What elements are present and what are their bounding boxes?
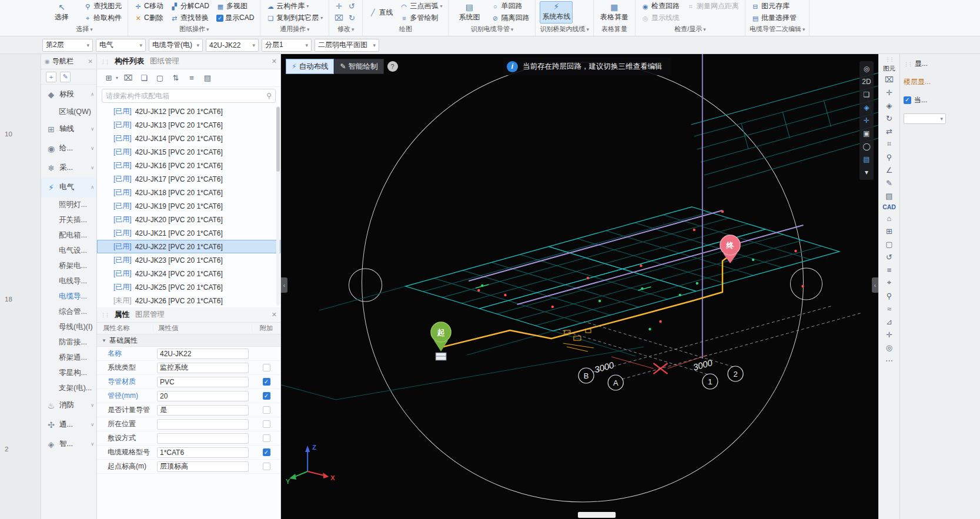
nav-item-tray-through[interactable]: 桥架通...: [41, 350, 96, 365]
cloud-library-button[interactable]: ☁ 云构件库 ▾: [265, 1, 325, 11]
layers-icon[interactable]: ❏: [859, 88, 874, 101]
chevron-down-icon[interactable]: ▾: [859, 166, 874, 179]
c-move-button[interactable]: ✛ C移动: [132, 1, 165, 11]
property-value-input[interactable]: [157, 363, 249, 373]
isolate-circuit-button[interactable]: ⊘ 隔离回路: [489, 13, 531, 23]
ribbon-footer-secondary-edit[interactable]: 电缆导管二次编辑▾: [750, 24, 805, 35]
property-value-input[interactable]: [157, 391, 249, 401]
nav-item-region[interactable]: 区域(QW): [41, 104, 96, 119]
properties-section-basic[interactable]: ▼ 基础属性: [97, 334, 280, 347]
triangle-icon[interactable]: ⊿: [882, 315, 897, 328]
line-button[interactable]: ╱ 直线: [367, 1, 394, 24]
property-value-input[interactable]: [157, 405, 249, 416]
system-diagram-button[interactable]: ▤ 系统图: [453, 1, 486, 24]
nav-item-support[interactable]: 支架(电)...: [41, 380, 96, 396]
pin-icon[interactable]: ◉: [45, 58, 50, 65]
close-icon[interactable]: ✕: [272, 311, 277, 319]
new-component-icon[interactable]: ⊞: [103, 72, 115, 84]
close-icon[interactable]: ✕: [88, 58, 93, 65]
extra-checkbox[interactable]: ✓: [263, 378, 270, 386]
nav-item-ventilation[interactable]: ✣通...∨: [41, 415, 96, 434]
collapse-right-panel-tab[interactable]: ‹: [872, 277, 878, 293]
nav-item-tray-cable[interactable]: 桥架电...: [41, 258, 96, 273]
add-button[interactable]: +: [46, 72, 56, 82]
help-button[interactable]: ?: [387, 61, 398, 72]
property-value-input[interactable]: [157, 349, 249, 359]
copy-to-floor-button[interactable]: ❏ 复制到其它层 ▾: [265, 13, 325, 23]
show-cable-button[interactable]: ◎ 显示线缆: [640, 13, 681, 23]
move-icon[interactable]: ✛: [882, 86, 897, 99]
component-list-item[interactable]: [已用]42U-JK16 [PVC 20 1*CAT6]: [97, 159, 280, 172]
single-circuit-button[interactable]: ○ 单回路: [489, 1, 531, 11]
viewport-3d[interactable]: B A 1 2 3000 3000 起 终: [281, 54, 878, 519]
find-replace-button[interactable]: ⇄ 查找替换: [169, 13, 211, 23]
undo-icon[interactable]: ↺: [882, 250, 897, 263]
box-select-icon[interactable]: ▢: [882, 237, 897, 250]
ribbon-footer-modify[interactable]: 修改▾: [333, 24, 358, 35]
scrollbar-thumb[interactable]: [276, 107, 280, 172]
component-list-item[interactable]: [已用]42U-JK21 [PVC 20 1*CAT6]: [97, 226, 280, 240]
layer-list-icon[interactable]: ▤: [882, 189, 897, 202]
panel-handle-icon[interactable]: ⋮⋮: [904, 61, 912, 67]
nav-item-composite-pipe[interactable]: 综合管...: [41, 304, 96, 319]
property-value-input[interactable]: [157, 377, 249, 387]
trash-icon[interactable]: ⌧: [333, 13, 344, 24]
select-button[interactable]: ↖ 选择: [45, 1, 78, 24]
orbit-icon[interactable]: ◯: [859, 140, 874, 153]
current-floor-checkbox[interactable]: ✓: [904, 96, 911, 104]
panel-handle-icon[interactable]: ⋮⋮: [885, 56, 894, 63]
copy-view-icon[interactable]: ▣: [859, 127, 874, 140]
arc-three-point-button[interactable]: ◠ 三点画弧 ▾: [398, 1, 444, 11]
copy-component-icon[interactable]: ❏: [138, 72, 150, 84]
measure-distance-button[interactable]: ⌗ 测量网点距离: [685, 1, 741, 11]
component-list-item[interactable]: [已用]42U-JK12 [PVC 20 1*CAT6]: [97, 105, 280, 118]
discipline-select[interactable]: 电气 ▾: [96, 39, 146, 52]
smart-draw-button[interactable]: ✎ 智能绘制: [334, 59, 383, 74]
floor-filter-select[interactable]: ▾: [904, 113, 946, 124]
pick-component-button[interactable]: ⌖ 拾取构件: [82, 13, 123, 23]
component-list-item[interactable]: [已用]42U-JK23 [PVC 20 1*CAT6]: [97, 253, 280, 267]
component-list-item[interactable]: [已用]42U-JK18 [PVC 20 1*CAT6]: [97, 186, 280, 199]
nav-item-lighting[interactable]: 照明灯...: [41, 197, 96, 212]
tab-drawing-management[interactable]: 图纸管理: [150, 56, 179, 66]
layer-select[interactable]: 分层1 ▾: [262, 39, 312, 52]
extra-checkbox[interactable]: [263, 406, 270, 414]
component-list-item[interactable]: [已用]42U-JK14 [PVC 20 1*CAT6]: [97, 132, 280, 145]
doc-list-icon[interactable]: ▤: [859, 153, 874, 166]
ribbon-footer-identify-tray[interactable]: 识别桥架内线缆▾: [540, 24, 589, 35]
check-circuit-button[interactable]: ◉ 检查回路: [640, 1, 681, 11]
circle-tool-icon[interactable]: ◎: [882, 341, 897, 354]
edit-icon[interactable]: ✎: [882, 176, 897, 189]
zoom-icon[interactable]: ⚲: [882, 150, 897, 163]
close-icon[interactable]: ✕: [272, 58, 277, 65]
system-routing-button[interactable]: ⚡ 系统布线: [540, 1, 573, 24]
mirror-icon[interactable]: ⇄: [882, 125, 897, 138]
component-list-item[interactable]: [已用]42U-JK17 [PVC 20 1*CAT6]: [97, 172, 280, 186]
isometric-icon[interactable]: ◈: [882, 99, 897, 112]
nav-item-distribution-box[interactable]: 配电箱...: [41, 227, 96, 243]
start-marker[interactable]: 起: [431, 322, 451, 360]
panel-handle-icon[interactable]: ⋮⋮: [101, 59, 109, 65]
property-value-input[interactable]: [157, 419, 249, 430]
explode-cad-button[interactable]: ▞ 分解CAD: [169, 1, 211, 11]
component-list-item[interactable]: [已用]42U-JK19 [PVC 20 1*CAT6]: [97, 199, 280, 213]
nav-item-axis[interactable]: ⊞轴线∨: [41, 119, 96, 139]
c-delete-button[interactable]: ✕ C删除: [132, 13, 165, 23]
table-calc-button[interactable]: ▦ 表格算量: [598, 1, 631, 24]
extra-checkbox[interactable]: [263, 364, 270, 371]
extra-checkbox[interactable]: ✓: [263, 392, 270, 400]
more-icon[interactable]: ⋯: [882, 354, 897, 367]
panel-handle-icon[interactable]: ⋮⋮: [101, 312, 109, 318]
tab-layer-management[interactable]: 图层管理: [135, 310, 165, 320]
grid-icon[interactable]: ⊞: [882, 225, 897, 237]
ribbon-footer-sheet-ops[interactable]: 图纸操作▾: [132, 24, 256, 35]
nav-item-fire[interactable]: ♨消防∨: [41, 396, 96, 415]
batch-select-button[interactable]: ▤ 批量选择管: [750, 13, 798, 23]
list-icon[interactable]: ≡: [882, 263, 897, 276]
search-icon[interactable]: ⚲: [882, 289, 897, 302]
extra-checkbox[interactable]: [263, 463, 270, 470]
pan-tool-icon[interactable]: ✛: [333, 1, 344, 12]
sort-components-icon[interactable]: ⇅: [170, 72, 182, 84]
save-element-button[interactable]: ⊟ 图元存库: [750, 1, 798, 11]
component-list-item[interactable]: [未用]42U-JK26 [PVC 20 1*CAT6]: [97, 294, 280, 307]
